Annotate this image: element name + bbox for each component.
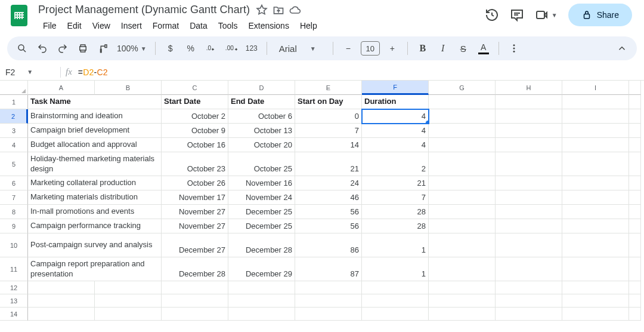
cell[interactable] [429,138,496,152]
cell[interactable] [562,190,629,205]
col-header-E[interactable]: E [295,81,362,95]
row-header[interactable]: 5 [0,152,28,176]
cell[interactable] [429,190,496,205]
col-header-C[interactable]: C [162,81,228,95]
collapse-toolbar-icon[interactable] [613,39,631,57]
sheets-logo[interactable] [7,4,31,27]
row-header[interactable]: 9 [0,219,28,233]
font-size-input[interactable]: 10 [361,41,380,56]
cell[interactable] [162,281,228,294]
cell[interactable] [496,138,562,152]
cell[interactable]: 14 [295,138,362,152]
print-icon[interactable] [74,39,92,57]
fx-icon[interactable]: fx [66,67,72,77]
cell[interactable]: 28 [362,219,429,233]
cell[interactable]: Duration [362,95,429,109]
cell[interactable]: 4 [362,109,429,124]
cell[interactable]: October 16 [162,138,228,152]
cell[interactable]: Post-campaign survey and analysis [28,233,162,257]
text-color-button[interactable]: A [475,39,493,57]
cell[interactable]: 46 [295,190,362,205]
cell[interactable] [629,109,641,124]
cell[interactable]: 87 [295,257,362,281]
doc-title[interactable]: Project Management (Dynamic Gantt Chart) [38,4,250,16]
menu-format[interactable]: Format [148,19,184,33]
cell[interactable]: Campaign performance tracking [28,219,162,233]
col-header-G[interactable]: G [429,81,496,95]
format-number[interactable]: 123 [243,39,261,57]
cell[interactable] [496,109,562,124]
cell[interactable] [562,95,629,109]
cell[interactable] [429,124,496,138]
cell[interactable]: Task Name [28,95,162,109]
cell[interactable]: 7 [362,190,429,205]
cell[interactable] [562,109,629,124]
spreadsheet-grid[interactable]: A B C D E F G H I 1 Task Name Start Date… [0,81,644,321]
col-header-B[interactable]: B [95,81,162,95]
cell[interactable] [562,281,629,294]
cell[interactable]: December 25 [228,219,295,233]
row-header[interactable]: 11 [0,257,28,281]
cell[interactable]: 28 [362,205,429,219]
zoom-select[interactable]: 100%▼ [114,44,149,53]
strikethrough-button[interactable]: S [454,39,472,57]
cell[interactable] [429,281,496,294]
col-header-H[interactable]: H [496,81,562,95]
cell[interactable]: 86 [295,233,362,257]
cell[interactable] [562,152,629,176]
cell[interactable] [496,176,562,190]
cell[interactable] [429,205,496,219]
col-header-A[interactable]: A [28,81,95,95]
cell[interactable]: 1 [362,233,429,257]
cell[interactable]: December 28 [228,233,295,257]
cell[interactable] [496,124,562,138]
formula-bar[interactable]: =D2-C2 [78,67,108,77]
cell[interactable] [562,205,629,219]
italic-button[interactable]: I [434,39,452,57]
row-header[interactable]: 2 [0,109,28,124]
format-percent[interactable]: % [182,39,200,57]
cell[interactable]: 0 [295,109,362,124]
cell[interactable] [496,152,562,176]
meet-icon[interactable]: ▼ [535,8,558,22]
cell[interactable]: Marketing collateral production [28,176,162,190]
cell[interactable]: Start on Day [295,95,362,109]
cell[interactable] [562,308,629,321]
cell[interactable] [629,124,641,138]
cell[interactable] [95,281,162,294]
row-header[interactable]: 1 [0,95,28,109]
cell[interactable] [629,233,641,257]
cell[interactable]: December 25 [228,205,295,219]
cell[interactable]: November 24 [228,190,295,205]
cell[interactable]: November 27 [162,219,228,233]
row-header[interactable]: 8 [0,205,28,219]
redo-icon[interactable] [54,39,72,57]
cell[interactable]: Brainstorming and ideation [28,109,162,124]
cell[interactable]: Campaign report preparation and presenta… [28,257,162,281]
format-currency[interactable]: $ [162,39,179,57]
cell[interactable]: 56 [295,205,362,219]
bold-button[interactable]: B [414,39,432,57]
cell[interactable]: October 20 [228,138,295,152]
cell[interactable] [28,294,95,308]
row-header[interactable]: 13 [0,294,28,308]
cell[interactable] [496,233,562,257]
cell[interactable] [228,308,295,321]
cell[interactable] [629,281,641,294]
cell[interactable]: December 27 [162,233,228,257]
cell[interactable]: November 17 [162,190,228,205]
menu-insert[interactable]: Insert [116,19,147,33]
cell[interactable]: October 9 [162,124,228,138]
cell[interactable] [629,219,641,233]
col-header-more[interactable] [629,81,641,95]
cell[interactable]: October 26 [162,176,228,190]
menu-file[interactable]: File [38,19,61,33]
cell[interactable] [362,281,429,294]
cell[interactable]: Start Date [162,95,228,109]
cell[interactable] [496,95,562,109]
cell[interactable]: October 6 [228,109,295,124]
cell[interactable] [629,257,641,281]
menu-view[interactable]: View [88,19,115,33]
cell[interactable] [496,281,562,294]
cell[interactable]: Holiday-themed marketing materials desig… [28,152,162,176]
